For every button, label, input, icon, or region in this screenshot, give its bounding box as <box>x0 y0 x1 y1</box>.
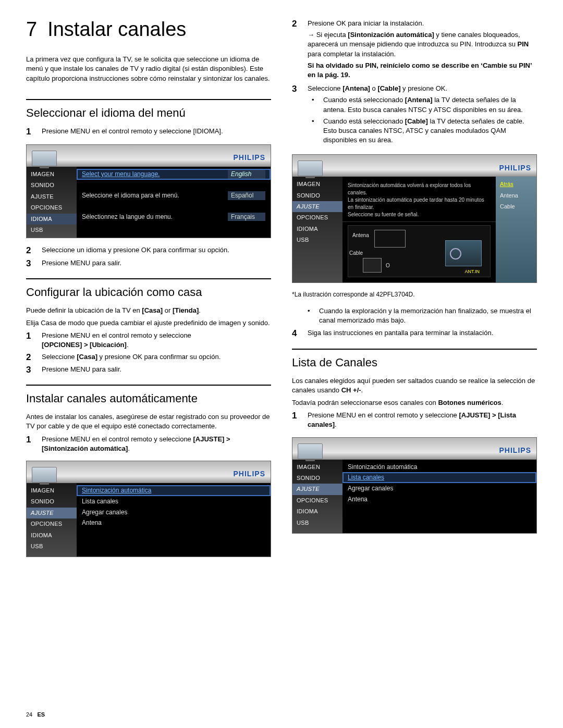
tv-screenshot-ajuste: PHILIPS IMAGEN SONIDO AJUSTE OPCIONES ID… <box>26 461 271 557</box>
brand-logo: PHILIPS <box>234 469 265 483</box>
tv-main-panel: Sintonización automática volverá a explo… <box>342 177 496 282</box>
chapter-title: 7Instalar canales <box>26 16 271 43</box>
tv-port-icon <box>445 240 482 266</box>
step-body: Siga las instrucciones en pantalla para … <box>308 328 537 339</box>
step-number: 1 <box>26 331 34 350</box>
menu-sonido: SONIDO <box>27 496 77 507</box>
menu-idioma: IDIOMA <box>27 214 77 225</box>
divider <box>26 385 271 386</box>
tv-icon <box>32 467 57 483</box>
step-number: 3 <box>26 365 34 375</box>
menu-imagen: IMAGEN <box>27 169 77 180</box>
step-body: Presione OK para iniciar la instalación.… <box>308 19 537 82</box>
tv-main-panel: Sintonización automática Lista canales A… <box>342 460 536 533</box>
right-item-antena: Antena <box>496 190 536 201</box>
lang-row-en-label: Select your menu language. <box>82 170 228 179</box>
lista-row-agregar: Agregar canales <box>348 484 531 493</box>
paragraph: Todavía podrán seleccionarse esos canale… <box>292 398 537 408</box>
step-number: 2 <box>26 352 34 363</box>
intro-text: La primera vez que configura la TV, se l… <box>26 55 271 83</box>
step-number: 1 <box>292 411 300 429</box>
brand-logo: PHILIPS <box>499 163 531 177</box>
step-number: 1 <box>26 127 34 137</box>
divider <box>26 99 271 100</box>
connection-diagram: Antena O Cable ANT.IN <box>348 225 491 277</box>
step-body: Presione MENU en el control remoto y sel… <box>42 331 271 350</box>
menu-imagen: IMAGEN <box>292 462 342 473</box>
ajuste-row-agregar: Agregar canales <box>82 508 265 517</box>
lang-row-fr-val: Français <box>228 213 265 221</box>
diagram-label-antena: Antena <box>352 232 369 239</box>
paragraph: Puede definir la ubicación de la TV en [… <box>26 306 271 315</box>
menu-imagen: IMAGEN <box>292 179 342 190</box>
menu-usb: USB <box>27 541 77 552</box>
page-number: 24 <box>26 711 32 718</box>
menu-ajuste: AJUSTE <box>27 191 77 202</box>
right-item-atras: Atrás <box>496 179 536 190</box>
tv-right-panel: Atrás Antena Cable <box>496 177 536 282</box>
step-body: Presione MENU para salir. <box>42 365 271 375</box>
diagram-label-cable: Cable <box>349 250 363 257</box>
menu-ajuste: AJUSTE <box>27 508 77 519</box>
paragraph: Antes de instalar los canales, asegúrese… <box>26 412 271 431</box>
ajuste-row-lista: Lista canales <box>82 497 265 506</box>
ajuste-row-antena: Antena <box>82 519 265 527</box>
menu-usb: USB <box>292 235 342 245</box>
tv-main-panel: Select your menu language.English Selecc… <box>77 167 271 238</box>
step-body: Seleccione un idioma y presione OK para … <box>42 245 271 256</box>
menu-opciones: OPCIONES <box>27 202 77 213</box>
tv-description: Sintonización automática volverá a explo… <box>342 179 496 222</box>
right-item-cable: Cable <box>496 201 536 212</box>
menu-opciones: OPCIONES <box>27 519 77 529</box>
menu-ajuste: AJUSTE <box>292 484 342 495</box>
diagram-label-o: O <box>386 262 390 269</box>
lista-row-sint: Sintonización automática <box>348 463 531 472</box>
step-body: Presione MENU para salir. <box>42 258 271 269</box>
tv-icon <box>298 443 323 459</box>
lang-row-en-val: English <box>228 170 265 179</box>
ajuste-row-sint: Sintonización automática <box>82 486 265 495</box>
page-lang: ES <box>37 711 45 718</box>
menu-sonido: SONIDO <box>292 190 342 201</box>
cable-box-icon <box>363 258 382 273</box>
paragraph: Elija Casa de modo que pueda cambiar el … <box>26 318 271 328</box>
step-number: 3 <box>26 258 34 269</box>
divider <box>26 278 271 279</box>
menu-idioma: IDIOMA <box>27 530 77 541</box>
section-heading-location: Configurar la ubicación como casa <box>26 285 271 301</box>
lang-row-es-val: Español <box>228 191 265 200</box>
page-footer: 24 ES <box>26 711 45 719</box>
tv-side-menu: IMAGEN SONIDO AJUSTE OPCIONES IDIOMA USB <box>292 177 342 282</box>
step-body: Presione MENU en el control remoto y sel… <box>308 411 537 429</box>
menu-sonido: SONIDO <box>292 473 342 484</box>
tv-icon <box>298 161 323 176</box>
menu-imagen: IMAGEN <box>27 485 77 496</box>
lista-row-antena: Antena <box>348 495 531 504</box>
section-heading-language: Seleccionar el idioma del menú <box>26 105 271 121</box>
step-number: 2 <box>26 245 34 256</box>
diagram-label-antin: ANT.IN <box>464 268 480 275</box>
step-number: 4 <box>292 328 300 339</box>
paragraph: Los canales elegidos aquí pueden ser sal… <box>292 376 537 395</box>
menu-sonido: SONIDO <box>27 180 77 191</box>
tv-screenshot-source: PHILIPS IMAGEN SONIDO AJUSTE OPCIONES ID… <box>292 154 537 283</box>
tv-icon <box>32 151 57 166</box>
tv-main-panel: Sintonización automática Lista canales A… <box>77 483 271 557</box>
lang-row-fr-label: Sélectionnez la langue du menu. <box>82 213 228 221</box>
chapter-number: 7 <box>26 18 37 40</box>
menu-idioma: IDIOMA <box>292 506 342 517</box>
tv-screenshot-lista: PHILIPS IMAGEN SONIDO AJUSTE OPCIONES ID… <box>292 437 537 534</box>
step-body: Presione MENU en el control remoto y sel… <box>42 435 271 453</box>
illustration-caption: *La ilustración corresponde al 42PFL3704… <box>292 290 537 299</box>
lang-row-es-label: Seleccione el idioma para el menú. <box>82 191 228 200</box>
section-heading-channel-list: Lista de Canales <box>292 355 537 371</box>
tv-side-menu: IMAGEN SONIDO AJUSTE OPCIONES IDIOMA USB <box>27 167 77 238</box>
brand-logo: PHILIPS <box>499 446 531 459</box>
step-number: 2 <box>292 19 300 82</box>
menu-idioma: IDIOMA <box>292 224 342 235</box>
lista-row-lista: Lista canales <box>348 473 531 482</box>
step-number: 1 <box>26 435 34 453</box>
step-body: Presione MENU en el control remoto y sel… <box>42 127 271 137</box>
step-body: Seleccione [Casa] y presione OK para con… <box>42 352 271 363</box>
divider <box>292 349 537 350</box>
